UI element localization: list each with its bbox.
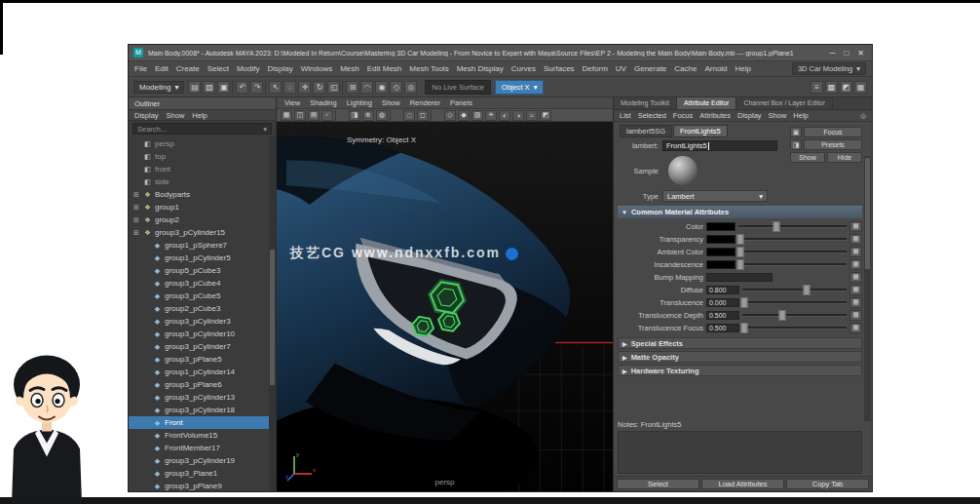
separator[interactable] [431,110,442,121]
wireframe-icon[interactable]: ◇ [444,110,456,121]
slider-handle[interactable] [741,297,748,308]
outliner-item[interactable]: ⊞ ❖ group2 [129,213,276,226]
section-common-material-attributes[interactable]: ▼ Common Material Attributes [618,206,862,218]
material-type-dropdown[interactable]: Lambert ▾ [662,190,768,202]
color-swatch[interactable] [706,235,735,244]
outliner-item[interactable]: ⊞ ◆ group3_pCylinder10 [129,328,276,340]
outliner-search-input[interactable]: Search... ▾ [132,123,272,135]
menu-item[interactable]: File [134,64,147,73]
material-sample-swatch[interactable] [668,156,697,185]
image-plane-icon[interactable]: ◨ [349,110,360,121]
select-tool-icon[interactable]: ↖ [269,81,282,94]
attribute-slider[interactable] [738,221,847,232]
outliner-item[interactable]: ⊞ ◆ FrontMember17 [129,442,276,454]
scrollbar-thumb[interactable] [865,158,870,269]
material-tab[interactable]: FrontLights5 [673,125,728,137]
lasso-tool-icon[interactable]: ◌ [283,81,296,94]
snap-plane-icon[interactable]: ◇ [390,81,402,94]
title-bar[interactable]: M Main Body.0008* - Autodesk MAYA 2023: … [129,45,872,60]
slider-handle[interactable] [804,285,810,295]
menu-item[interactable]: Deform [583,64,608,73]
outliner-item[interactable]: ⊞ ❖ group3_pCylinder15 [129,226,276,239]
menu-item[interactable]: Mesh [340,64,359,73]
outliner-item[interactable]: ⊞ ◧ front [129,163,276,175]
undo-icon[interactable]: ↶ [236,81,248,94]
outliner-item[interactable]: ⊞ ◆ group3_pCylinder18 [129,404,276,416]
texture-map-button[interactable]: ▦ [849,259,862,270]
outliner-item[interactable]: ⊞ ◧ persp [129,137,276,150]
menu-item[interactable]: Edit [155,64,169,73]
menu-item[interactable]: Edit Mesh [367,64,402,73]
camera-attributes-icon[interactable]: ▤ [308,110,320,121]
viewport-menu-item[interactable]: Renderer [410,98,440,107]
presets-button[interactable]: Presets [804,139,862,150]
texture-map-button[interactable]: ▦ [849,272,862,283]
ipr-render-icon[interactable]: ◩ [840,81,852,94]
tool-mode-dropdown[interactable]: Modeling ▾ [133,81,184,94]
outliner-item[interactable]: ⊞ ◆ group3_pCube5 [129,290,276,302]
outliner-item[interactable]: ⊞ ◆ group3_pCylinder3 [129,315,276,328]
snap-enabled-icon[interactable]: ✓ [321,110,333,121]
texture-map-button[interactable]: ▦ [849,297,862,308]
menu-item[interactable]: Cache [674,64,697,73]
collapsed-section[interactable]: ▶ Hardware Texturing [618,365,862,376]
expand-toggle-icon[interactable]: ⊞ [132,191,140,199]
map-field[interactable] [706,273,773,282]
hide-button[interactable]: Hide [827,152,862,163]
outliner-item[interactable]: ⊞ ◆ group1_pCylinder14 [129,366,276,378]
render-icon[interactable]: ▩ [825,81,838,94]
texture-map-button[interactable]: ▦ [849,234,862,245]
menu-item[interactable]: Surfaces [544,64,575,73]
texture-map-button[interactable]: ▦ [849,310,862,321]
outliner-item[interactable]: ⊞ ◆ group1_pSphere7 [129,239,276,252]
expand-toggle-icon[interactable]: ⊞ [132,204,140,212]
axis-gizmo[interactable]: y x z [284,448,320,484]
panel-tab[interactable]: Attribute Editor [677,97,736,109]
scale-tool-icon[interactable]: ◱ [327,81,340,94]
value-field[interactable]: 0.500 [706,324,739,332]
separator[interactable] [390,110,401,121]
attribute-slider[interactable] [742,310,847,321]
outliner-scrollbar[interactable] [269,136,276,491]
separator[interactable] [232,80,234,95]
list-connections-icon[interactable]: ▣ [790,127,802,137]
slider-handle[interactable] [737,247,744,257]
footer-button[interactable]: Select [617,479,699,489]
attribute-editor-menu-item[interactable]: Show [769,111,787,120]
lock-camera-icon[interactable]: ◫ [294,110,306,121]
focus-button[interactable]: Focus [804,127,862,137]
viewport-menu-item[interactable]: View [284,98,300,107]
shadows-icon[interactable]: ◐ [499,110,510,121]
texture-map-button[interactable]: ▦ [849,323,862,333]
redo-icon[interactable]: ↷ [250,81,263,94]
panel-tab[interactable]: Channel Box / Layer Editor [736,97,833,109]
viewport-menu-item[interactable]: Lighting [347,98,372,107]
menu-item[interactable]: UV [616,64,626,73]
outliner-item[interactable]: ⊞ ◆ group3_pPlane5 [129,353,276,366]
attribute-slider[interactable] [742,323,847,333]
slider-handle[interactable] [737,259,744,270]
new-scene-icon[interactable]: ▤ [188,81,201,94]
collapsed-section[interactable]: ▶ Matte Opacity [618,351,862,363]
minimize-button[interactable]: ─ [830,49,836,58]
render-settings-icon[interactable]: ▦ [854,81,867,94]
gate-mask-icon[interactable]: □ [403,110,415,121]
material-tab[interactable]: lambert5SG [620,125,672,137]
attribute-editor-scrollbar[interactable] [864,156,871,421]
outliner-item[interactable]: ⊞ ◧ top [129,150,276,163]
snap-grid-icon[interactable]: ⊞ [346,81,358,94]
shaded-icon[interactable]: ◆ [458,110,470,121]
value-field[interactable]: 0.000 [706,298,739,307]
footer-button[interactable]: Copy Tab [786,479,869,489]
menu-item[interactable]: Help [735,64,751,73]
rotate-tool-icon[interactable]: ↻ [313,81,325,94]
panel-tab[interactable]: Modeling Toolkit [614,97,677,109]
color-swatch[interactable] [706,222,735,231]
workspace-selector[interactable]: 3D Car Modeling ▾ [792,62,866,75]
menu-item[interactable]: Curves [511,64,536,73]
attribute-editor-menu-item[interactable]: Focus [673,111,693,120]
slider-handle[interactable] [773,221,779,232]
textured-icon[interactable]: ▨ [471,110,483,121]
menu-item[interactable]: Generate [634,64,666,73]
outliner-item[interactable]: ⊞ ◆ group3_pPlane9 [129,480,276,491]
